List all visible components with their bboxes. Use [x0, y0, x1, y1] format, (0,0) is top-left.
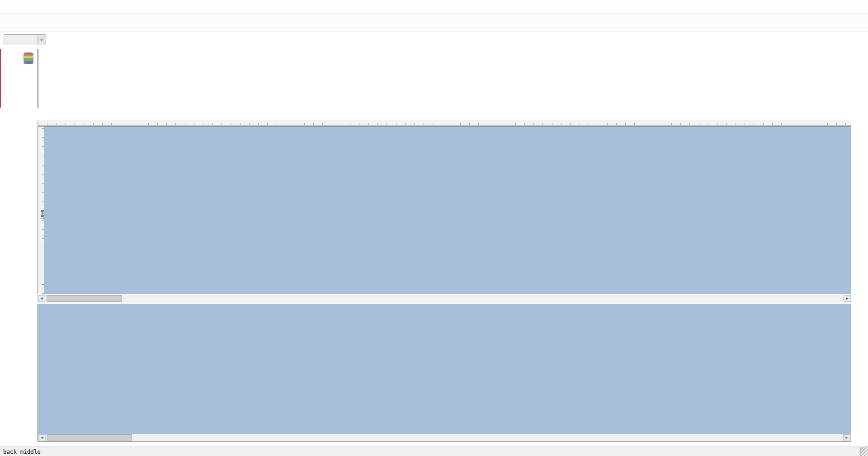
marker-canvas[interactable]: 1000	[38, 126, 851, 294]
status-selected-piece: back middle	[0, 447, 861, 456]
scroll-right-icon[interactable]: ►	[843, 434, 850, 441]
scroll-thumb[interactable]	[47, 434, 132, 441]
combo-row: ▾	[0, 33, 868, 48]
secondary-canvas[interactable]: ◄ ►	[38, 304, 851, 442]
marker-combo-box[interactable]: ▾	[4, 34, 46, 45]
resize-grip[interactable]	[861, 447, 868, 456]
canvas-hscrollbar[interactable]: ◄ ►	[38, 295, 851, 302]
panel-boundary-line	[0, 49, 1, 108]
scroll-right-icon[interactable]: ►	[844, 295, 851, 302]
chevron-down-icon[interactable]: ▾	[37, 35, 46, 45]
piece-palette-icon[interactable]	[24, 52, 33, 64]
horizontal-ruler	[38, 120, 851, 126]
main-toolbar	[0, 14, 868, 32]
status-bar: back middle	[0, 447, 868, 456]
vertical-ruler: 1000	[38, 127, 44, 294]
scroll-thumb[interactable]	[47, 295, 122, 302]
scroll-left-icon[interactable]: ◄	[38, 295, 45, 302]
piece-panel	[38, 49, 38, 108]
scroll-left-icon[interactable]: ◄	[38, 434, 46, 441]
menu-bar	[0, 0, 868, 14]
secondary-hscrollbar[interactable]: ◄ ►	[38, 434, 851, 442]
marker-svg[interactable]	[44, 127, 851, 294]
